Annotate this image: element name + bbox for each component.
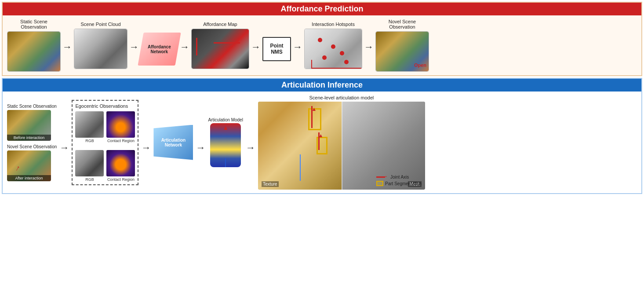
affordance-header: Affordance Prediction (3, 3, 641, 15)
articulation-model-container: Articulation Model ▲ (208, 117, 243, 167)
egocentric-box: Egocentric Observations RGB Contact Regi… (72, 100, 138, 185)
flow-item-pointcloud: Scene Point Cloud (74, 22, 127, 69)
flow-item-novelscene: Novel Scene Observation Open (375, 19, 429, 72)
artnet-label: ArticulationNetwork (161, 138, 186, 147)
ego-row-2: RGB Contact Region (75, 150, 135, 182)
after-image: ↑ After interaction (7, 150, 51, 181)
ego-contact-image-2 (106, 150, 135, 176)
ego-contact-2: Contact Region (106, 150, 135, 182)
articulation-network-box: ArticulationNetwork (153, 125, 193, 160)
scene-divider (342, 102, 342, 190)
pointcloud-label: Scene Point Cloud (80, 22, 120, 27)
texture-label: Texture (262, 181, 279, 187)
articulation-inference-section: Articulation Inference Static Scene Obse… (2, 78, 642, 194)
part-seg-label: Part Segmentation (385, 181, 422, 186)
left-observations: Static Scene Observation Before interact… (7, 104, 57, 181)
contact-label-2: Contact Region (107, 177, 135, 182)
part-seg-rect (376, 181, 383, 186)
static-scene-obs: Static Scene Observation Before interact… (7, 104, 57, 141)
flow-item-network: x AffordanceNetwork (141, 26, 178, 66)
ego-rgb-image-2 (75, 150, 104, 176)
affordance-network-box: AffordanceNetwork (138, 33, 181, 66)
ego-rgb-1: RGB (75, 111, 104, 143)
arrow-bottom-3: → (196, 142, 205, 154)
arrow-2: → (129, 41, 139, 53)
after-caption: After interaction (7, 175, 51, 181)
flow-item-static-scene: Static Scene Observation (7, 19, 61, 72)
ego-rgb-2: RGB (75, 150, 104, 182)
static-scene-label: Static Scene Observation (7, 19, 60, 29)
flow-item-affordancemap: Affordance Map (191, 22, 249, 69)
open-label: Open (414, 62, 426, 68)
contact-label-1: Contact Region (107, 139, 135, 143)
joint-axis-label: Joint Axis (390, 175, 409, 179)
novelscene-label: Novel Scene Observation (376, 19, 429, 29)
affordancemap-label: Affordance Map (203, 22, 237, 27)
arrow-4: → (251, 41, 261, 53)
static-scene-image (7, 31, 61, 72)
arrow-5: → (293, 41, 302, 53)
ego-contact-1: Contact Region (106, 111, 135, 143)
arrow-6: → (364, 41, 374, 53)
joint-axis-legend: → Joint Axis (376, 175, 422, 179)
scene-result-image: ▲ ▲ Texture Mesh → (258, 102, 425, 190)
ego-contact-image-1 (106, 111, 135, 138)
novelscene-image: Open (375, 31, 429, 72)
novel-scene-obs: Novel Scene Observation ↑ After interact… (7, 144, 57, 181)
art-model-label: Articulation Model (208, 117, 243, 122)
ego-row-1: RGB Contact Region (75, 111, 135, 143)
nms-box: Point NMS (262, 37, 291, 61)
hotspots-image (304, 29, 362, 69)
rgb-label-2: RGB (85, 177, 94, 182)
art-model-image: ▲ (210, 123, 241, 167)
affordance-prediction-section: Affordance Prediction Static Scene Obser… (2, 2, 642, 76)
hotspots-label: Interaction Hotspots (312, 22, 355, 27)
pointcloud-image (74, 29, 127, 69)
affordance-network-label: AffordanceNetwork (148, 44, 171, 54)
arrow-bottom-2: → (141, 142, 151, 154)
static-obs-label: Static Scene Observation (7, 104, 57, 109)
top-flow: Static Scene Observation → Scene Point C… (3, 15, 641, 75)
bottom-flow: Static Scene Observation Before interact… (3, 92, 641, 193)
before-image: Before interaction (7, 110, 51, 141)
scene-result: Scene-level articulation model ▲ ▲ Textu… (258, 95, 425, 190)
part-seg-legend: Part Segmentation (376, 181, 422, 186)
before-caption: Before interaction (7, 135, 51, 141)
nms-label-text2: NMS (271, 49, 283, 55)
articulation-header: Articulation Inference (3, 79, 641, 92)
ego-rgb-image-1 (75, 111, 104, 138)
legend: → Joint Axis Part Segmentation (376, 175, 422, 186)
flow-item-hotspots: Interaction Hotspots (304, 22, 362, 69)
affordancemap-image (191, 29, 249, 69)
arrow-3: → (180, 41, 189, 53)
scene-result-label: Scene-level articulation model (258, 95, 425, 100)
arrow-bottom-4: → (246, 142, 255, 154)
rgb-label-1: RGB (85, 139, 94, 143)
flow-item-nms: x Point NMS (262, 30, 291, 61)
arrow-1: → (62, 41, 72, 53)
nms-label-text: Point (270, 43, 284, 49)
egocentric-title: Egocentric Observations (75, 103, 135, 109)
arrow-bottom-1: → (59, 142, 69, 154)
novel-obs-label: Novel Scene Observation (7, 144, 57, 149)
